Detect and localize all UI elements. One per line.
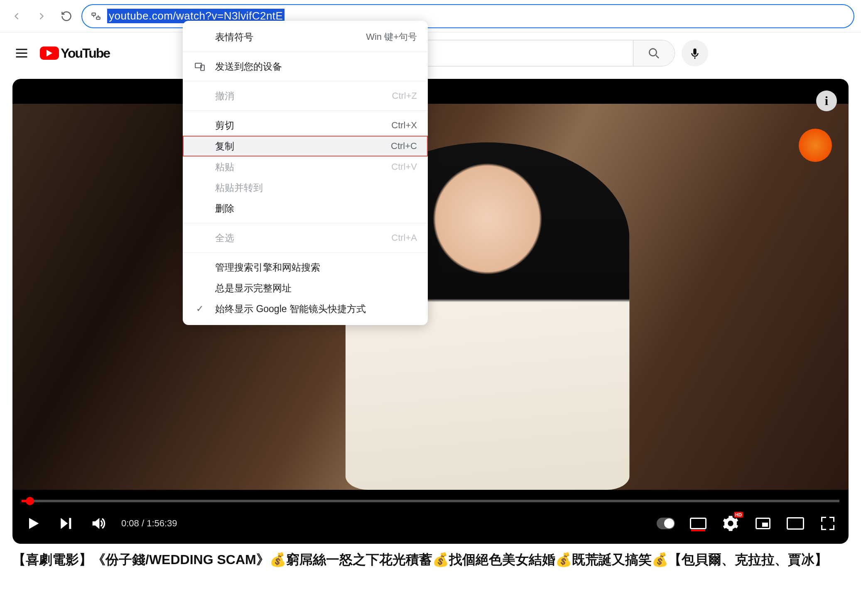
ctx-manage-search-engines[interactable]: 管理搜索引擎和网站搜索: [183, 257, 428, 278]
browser-toolbar: youtube.com/watch?v=N3lvifC2ntE: [0, 0, 861, 32]
ctx-shortcut: Ctrl+C: [391, 141, 417, 152]
settings-button[interactable]: HD: [721, 514, 740, 533]
info-card-icon[interactable]: i: [816, 90, 837, 111]
ctx-shortcut: Ctrl+V: [391, 161, 417, 172]
youtube-logo[interactable]: YouTube: [40, 46, 110, 61]
hd-badge: HD: [734, 512, 743, 518]
ctx-send-to-devices[interactable]: 发送到您的设备: [183, 56, 428, 77]
search-button[interactable]: [633, 40, 675, 66]
time-current: 0:08: [121, 518, 139, 528]
video-player[interactable]: i 0:08 / 1:56:39 HD: [12, 79, 849, 544]
ctx-label: 粘贴: [215, 161, 382, 174]
svg-rect-0: [92, 13, 96, 15]
player-controls: 0:08 / 1:56:39 HD: [12, 503, 849, 544]
volume-button[interactable]: [89, 514, 107, 533]
player-area: i 0:08 / 1:56:39 HD: [0, 74, 861, 544]
theater-button[interactable]: [786, 514, 805, 533]
ctx-shortcut: Ctrl+X: [391, 120, 417, 131]
progress-bar[interactable]: [22, 500, 839, 502]
miniplayer-button[interactable]: [754, 514, 772, 533]
ctx-label: 剪切: [215, 119, 382, 132]
check-icon: [194, 303, 206, 315]
forward-button[interactable]: [32, 6, 52, 26]
ctx-separator: [183, 252, 428, 253]
progress-fill: [22, 500, 30, 502]
youtube-play-icon: [40, 46, 59, 60]
ctx-paste[interactable]: 粘贴 Ctrl+V: [183, 156, 428, 177]
ctx-cut[interactable]: 剪切 Ctrl+X: [183, 115, 428, 136]
ctx-label: 删除: [215, 202, 417, 215]
video-frame: [12, 104, 849, 490]
channel-watermark[interactable]: [799, 129, 832, 162]
ctx-label: 粘贴并转到: [215, 181, 417, 194]
svg-rect-1: [96, 17, 100, 19]
ctx-undo[interactable]: 撤消 Ctrl+Z: [183, 86, 428, 106]
ctx-label: 管理搜索引擎和网站搜索: [215, 261, 417, 274]
ctx-emoji[interactable]: 表情符号 Win 键+句号: [183, 27, 428, 47]
reload-button[interactable]: [56, 6, 76, 26]
ctx-label: 撤消: [215, 90, 383, 103]
site-settings-icon[interactable]: [91, 11, 101, 22]
ctx-paste-and-go[interactable]: 粘贴并转到: [183, 177, 428, 198]
fullscreen-button[interactable]: [819, 514, 837, 533]
ctx-label: 发送到您的设备: [215, 60, 417, 73]
ctx-always-show-full-url[interactable]: 总是显示完整网址: [183, 278, 428, 298]
ctx-label: 全选: [215, 232, 382, 244]
youtube-wordmark: YouTube: [61, 46, 110, 61]
ctx-separator: [183, 110, 428, 111]
ctx-label: 复制: [215, 140, 382, 153]
subtitles-button[interactable]: [689, 514, 707, 533]
ctx-label: 总是显示完整网址: [215, 282, 417, 295]
guide-button[interactable]: [12, 44, 31, 62]
ctx-shortcut: Ctrl+A: [391, 232, 417, 243]
ctx-always-show-lens[interactable]: 始终显示 Google 智能镜头快捷方式: [183, 298, 428, 319]
back-button[interactable]: [7, 6, 27, 26]
ctx-shortcut: Win 键+句号: [366, 31, 417, 43]
youtube-header: YouTube: [0, 32, 861, 74]
time-total: 1:56:39: [147, 518, 177, 528]
voice-search-button[interactable]: [682, 40, 708, 66]
ctx-separator: [183, 81, 428, 81]
autoplay-toggle[interactable]: [657, 514, 675, 533]
video-title: 【喜劇電影】《份子錢/WEDDING SCAM》💰窮屌絲一怒之下花光積蓄💰找個絕…: [0, 544, 861, 576]
ctx-separator: [183, 51, 428, 52]
svg-point-2: [649, 49, 656, 56]
time-display: 0:08 / 1:56:39: [121, 518, 177, 529]
ctx-separator: [183, 223, 428, 223]
ctx-label: 始终显示 Google 智能镜头快捷方式: [215, 303, 417, 315]
ctx-shortcut: Ctrl+Z: [392, 90, 417, 101]
ctx-select-all[interactable]: 全选 Ctrl+A: [183, 227, 428, 248]
next-button[interactable]: [56, 514, 75, 533]
ctx-label: 表情符号: [215, 31, 357, 44]
play-button[interactable]: [24, 514, 42, 533]
ctx-delete[interactable]: 删除: [183, 198, 428, 219]
ctx-copy[interactable]: 复制 Ctrl+C: [183, 136, 428, 156]
context-menu: 表情符号 Win 键+句号 发送到您的设备 撤消 Ctrl+Z 剪切 Ctrl+…: [183, 21, 428, 325]
devices-icon: [194, 60, 206, 73]
time-sep: /: [139, 518, 147, 528]
